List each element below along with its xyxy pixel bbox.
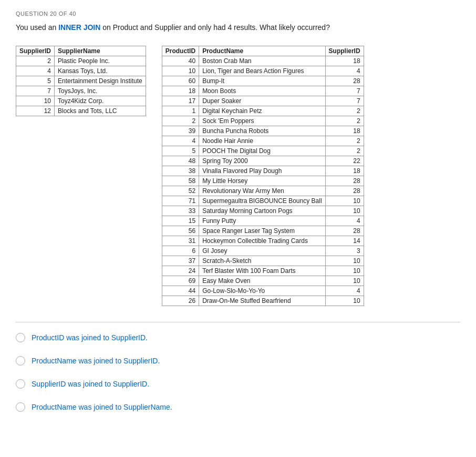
supplier-id-col-header: SupplierID [325,46,364,56]
supplier-id-cell: 10 [16,96,55,106]
table-row: 48Spring Toy 200022 [162,156,364,166]
product-supplier-id-cell: 28 [325,176,364,186]
answer-options: ProductID was joined to SupplierID. Prod… [16,333,460,412]
product-supplier-id-cell: 4 [325,216,364,226]
table-row: 38Vinalla Flavored Play Dough18 [162,166,364,176]
table-row: 6GI Josey3 [162,246,364,256]
table-row: 69Easy Make Oven10 [162,276,364,286]
table-row: 71Supermegaultra BIGBOUNCE Bouncy Ball10 [162,196,364,206]
product-name-cell: Go-Low-Slo-Mo-Yo-Yo [199,286,325,296]
table-row: 31Hockeymon Collectible Trading Cards14 [162,236,364,246]
product-name-cell: Terf Blaster With 100 Foam Darts [199,266,325,276]
product-id-cell: 26 [162,296,199,306]
product-name-cell: Supermegaultra BIGBOUNCE Bouncy Ball [199,196,325,206]
table-row: 1Digital Keychain Petz2 [162,106,364,116]
product-name-cell: Spring Toy 2000 [199,156,325,166]
product-name-cell: Digital Keychain Petz [199,106,325,116]
product-id-cell: 44 [162,286,199,296]
product-name-cell: My Little Horsey [199,176,325,186]
product-supplier-id-cell: 10 [325,266,364,276]
table-row: 33Saturday Morning Cartoon Pogs10 [162,206,364,216]
radio-button-a3[interactable] [16,379,25,389]
product-supplier-id-cell: 10 [325,276,364,286]
product-name-cell: Draw-On-Me Stuffed Bearfriend [199,296,325,306]
product-supplier-id-cell: 28 [325,186,364,196]
answer-text-a1: ProductID was joined to SupplierID. [32,333,148,342]
product-supplier-id-cell: 18 [325,166,364,176]
product-name-cell: Space Ranger Laser Tag System [199,226,325,236]
product-name-cell: Sock 'Em Poppers [199,116,325,126]
answer-option-a1[interactable]: ProductID was joined to SupplierID. [16,333,460,342]
table-row: 60Bump-It28 [162,76,364,86]
tables-container: SupplierID SupplierName 2Plastic People … [16,46,460,306]
supplier-id-cell: 2 [16,56,55,66]
product-supplier-id-cell: 28 [325,76,364,86]
table-row: 7ToysJoys, Inc. [16,86,146,96]
product-id-cell: 38 [162,166,199,176]
table-row: 39Buncha Puncha Robots18 [162,126,364,136]
table-row: 40Boston Crab Man18 [162,56,364,66]
table-row: 44Go-Low-Slo-Mo-Yo-Yo4 [162,286,364,296]
supplier-id-cell: 5 [16,76,55,86]
product-id-cell: 71 [162,196,199,206]
product-name-cell: Lion, Tiger and Bears Action Figures [199,66,325,76]
product-name-cell: Noodle Hair Annie [199,136,325,146]
question-text: You used an INNER JOIN on Product and Su… [16,22,460,33]
answer-option-a3[interactable]: SupplierID was joined to SupplierID. [16,379,460,389]
table-row: 2Plastic People Inc. [16,56,146,66]
table-row: 10Lion, Tiger and Bears Action Figures4 [162,66,364,76]
table-row: 18Moon Boots7 [162,86,364,96]
radio-button-a1[interactable] [16,333,25,342]
product-supplier-id-cell: 4 [325,286,364,296]
table-row: 15Funny Putty4 [162,216,364,226]
supplier-name-cell: Entertainment Design Institute [55,76,146,86]
product-supplier-id-cell: 7 [325,96,364,106]
table-row: 37Scratch-A-Sketch10 [162,256,364,266]
product-id-cell: 56 [162,226,199,236]
supplier-name-cell: ToysJoys, Inc. [55,86,146,96]
inner-join-highlight: INNER JOIN [58,23,100,32]
product-id-cell: 4 [162,136,199,146]
table-row: 58My Little Horsey28 [162,176,364,186]
product-id-cell: 15 [162,216,199,226]
product-id-cell: 18 [162,86,199,96]
product-id-cell: 6 [162,246,199,256]
product-name-cell: Moon Boots [199,86,325,96]
product-table: ProductID ProductName SupplierID 40Bosto… [162,46,364,306]
product-name-cell: Hockeymon Collectible Trading Cards [199,236,325,246]
product-supplier-id-cell: 18 [325,126,364,136]
table-row: 12Blocks and Tots, LLC [16,106,146,116]
product-supplier-id-cell: 10 [325,196,364,206]
table-row: 2Sock 'Em Poppers2 [162,116,364,126]
product-id-cell: 10 [162,66,199,76]
product-supplier-id-cell: 2 [325,146,364,156]
answer-text-a3: SupplierID was joined to SupplierID. [32,380,149,388]
product-supplier-id-cell: 4 [325,66,364,76]
product-supplier-id-cell: 28 [325,226,364,236]
table-row: 52Revolutionary War Army Men28 [162,186,364,196]
table-row: 56Space Ranger Laser Tag System28 [162,226,364,236]
supplier-name-cell: Toyz4Kidz Corp. [55,96,146,106]
product-name-cell: Scratch-A-Sketch [199,256,325,266]
radio-button-a4[interactable] [16,402,25,412]
question-label: QUESTION 20 OF 40 [16,11,460,17]
product-name-cell: Duper Soaker [199,96,325,106]
product-id-cell: 33 [162,206,199,216]
product-supplier-id-cell: 2 [325,116,364,126]
product-name-cell: Saturday Morning Cartoon Pogs [199,206,325,216]
product-id-cell: 5 [162,146,199,156]
product-id-cell: 48 [162,156,199,166]
table-row: 17Duper Soaker7 [162,96,364,106]
answer-option-a4[interactable]: ProductName was joined to SupplierName. [16,402,460,412]
product-id-cell: 58 [162,176,199,186]
table-row: 5Entertainment Design Institute [16,76,146,86]
product-id-cell: 31 [162,236,199,246]
supplier-id-cell: 12 [16,106,55,116]
divider [16,322,460,322]
table-row: 26Draw-On-Me Stuffed Bearfriend10 [162,296,364,306]
product-supplier-id-cell: 7 [325,86,364,96]
product-supplier-id-cell: 14 [325,236,364,246]
answer-option-a2[interactable]: ProductName was joined to SupplierID. [16,356,460,365]
product-supplier-id-cell: 10 [325,206,364,216]
radio-button-a2[interactable] [16,356,25,365]
